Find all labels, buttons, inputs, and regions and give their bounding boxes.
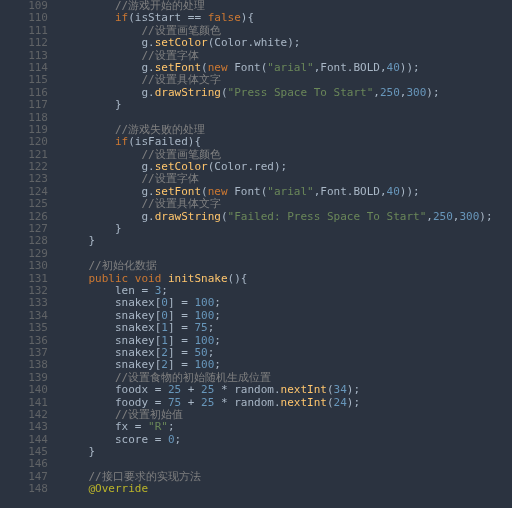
token-id: ] = (168, 358, 195, 371)
line-number: 128 (0, 235, 48, 247)
token-kw: if (115, 11, 128, 24)
token-id: (Color.white); (208, 36, 301, 49)
token-num: 34 (334, 383, 347, 396)
token-id: g. (62, 160, 155, 173)
token-id: snakex[ (62, 296, 161, 309)
token-num: 25 (168, 383, 181, 396)
token-id (62, 197, 141, 210)
code-area[interactable]: //游戏开始的处理 if(isStart == false){ //设置画笔颜色… (62, 0, 512, 508)
code-editor[interactable]: 1091101111121131141151161171181191201211… (0, 0, 512, 508)
token-id: (){ (228, 272, 248, 285)
token-id (62, 0, 115, 12)
token-kw: new (208, 61, 228, 74)
token-num: 50 (194, 346, 207, 359)
token-id: ; (214, 309, 221, 322)
line-number: 143 (0, 421, 48, 433)
token-id: ; (208, 321, 215, 334)
token-id: ; (214, 358, 221, 371)
code-line[interactable]: @Override (62, 483, 512, 495)
token-id (62, 408, 115, 421)
token-id: ] = (168, 346, 195, 359)
token-id: (isFailed){ (128, 135, 201, 148)
token-str: "R" (148, 420, 168, 433)
token-id: + (181, 383, 201, 396)
token-cm: //设置字体 (141, 172, 198, 185)
token-id: ); (426, 86, 439, 99)
token-cm: //设置字体 (141, 49, 198, 62)
token-id: ; (214, 296, 221, 309)
line-number: 117 (0, 99, 48, 111)
token-id: + (181, 396, 201, 409)
token-kw: public void (89, 272, 162, 285)
token-id: ] = (168, 309, 195, 322)
token-id: ); (347, 383, 360, 396)
token-id: ( (201, 61, 208, 74)
line-number: 120 (0, 136, 48, 148)
token-num: 100 (194, 358, 214, 371)
token-id: , (426, 210, 433, 223)
line-number: 133 (0, 297, 48, 309)
token-id: ( (327, 396, 334, 409)
token-id: foody = (62, 396, 168, 409)
token-id (62, 482, 89, 495)
token-fn: drawString (155, 86, 221, 99)
token-id: * random. (214, 396, 280, 409)
token-num: 75 (194, 321, 207, 334)
token-id (62, 49, 141, 62)
token-cm: //设置画笔颜色 (141, 148, 220, 161)
token-num: 300 (459, 210, 479, 223)
token-id: ; (168, 420, 175, 433)
code-line[interactable]: g.drawString("Press Space To Start",250,… (62, 87, 512, 99)
line-number: 140 (0, 384, 48, 396)
token-id: ] = (168, 321, 195, 334)
line-number: 135 (0, 322, 48, 334)
token-num: 100 (194, 296, 214, 309)
token-kw: if (115, 135, 128, 148)
token-num: 1 (161, 334, 168, 347)
line-number: 110 (0, 12, 48, 24)
token-id: foodx = (62, 383, 168, 396)
token-fn: setFont (155, 185, 201, 198)
token-id: } (62, 98, 122, 111)
token-id: * random. (214, 383, 280, 396)
token-num: 100 (194, 334, 214, 347)
code-line[interactable]: score = 0; (62, 434, 512, 446)
token-cm: //接口要求的实现方法 (89, 470, 201, 483)
token-cm: //设置初始值 (115, 408, 183, 421)
code-line[interactable]: } (62, 99, 512, 111)
line-number: 125 (0, 198, 48, 210)
token-id (161, 272, 168, 285)
code-line[interactable]: } (62, 446, 512, 458)
token-id: score = (62, 433, 168, 446)
token-id (62, 135, 115, 148)
token-fn: drawString (155, 210, 221, 223)
line-number: 138 (0, 359, 48, 371)
token-id: ] = (168, 296, 195, 309)
token-id (62, 259, 89, 272)
token-cm: //设置具体文字 (141, 197, 220, 210)
token-num: 25 (201, 383, 214, 396)
token-id: ,Font.BOLD, (314, 185, 387, 198)
token-num: 300 (406, 86, 426, 99)
token-num: 1 (161, 321, 168, 334)
token-id: ){ (241, 11, 254, 24)
token-id: len = (62, 284, 155, 297)
token-id (62, 11, 115, 24)
line-number: 123 (0, 173, 48, 185)
token-ann: @Override (89, 482, 149, 495)
token-num: 24 (334, 396, 347, 409)
line-number: 148 (0, 483, 48, 495)
token-id: } (62, 222, 122, 235)
code-line[interactable]: } (62, 235, 512, 247)
token-fn: setColor (155, 160, 208, 173)
token-num: 0 (161, 296, 168, 309)
token-id: } (62, 445, 95, 458)
code-line[interactable]: } (62, 223, 512, 235)
token-id: ; (214, 334, 221, 347)
token-num: 250 (433, 210, 453, 223)
code-line[interactable]: g.drawString("Failed: Press Space To Sta… (62, 211, 512, 223)
token-id: g. (62, 210, 155, 223)
token-fn: setColor (155, 36, 208, 49)
token-id: } (62, 234, 95, 247)
token-id: ( (221, 86, 228, 99)
